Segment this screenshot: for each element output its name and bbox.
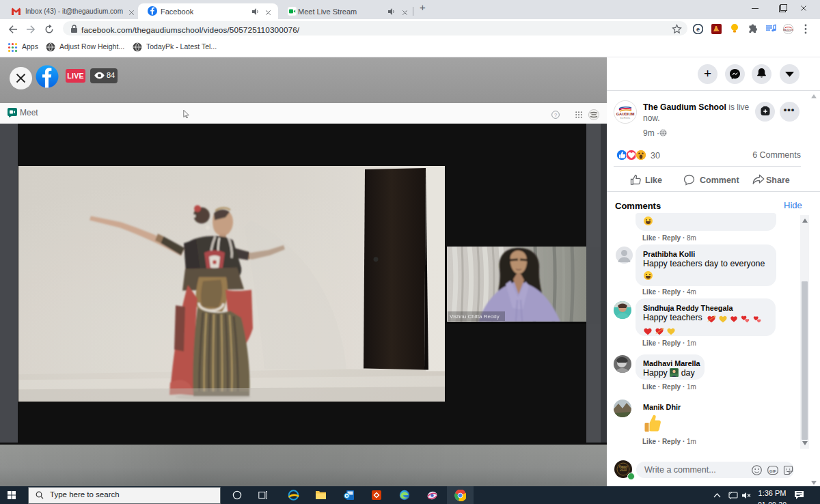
svg-text:e: e bbox=[696, 26, 700, 33]
svg-text:?: ? bbox=[554, 112, 557, 118]
svg-text:Vishnu Chitta Reddy: Vishnu Chitta Reddy bbox=[450, 313, 500, 320]
svg-text:S C H O O L: S C H O O L bbox=[620, 117, 631, 120]
svg-text:GAUDIUM: GAUDIUM bbox=[783, 29, 793, 31]
svg-text:GAUDIUM: GAUDIUM bbox=[616, 112, 635, 116]
svg-text:2020: 2020 bbox=[620, 468, 627, 472]
svg-text:GIF: GIF bbox=[769, 469, 776, 473]
